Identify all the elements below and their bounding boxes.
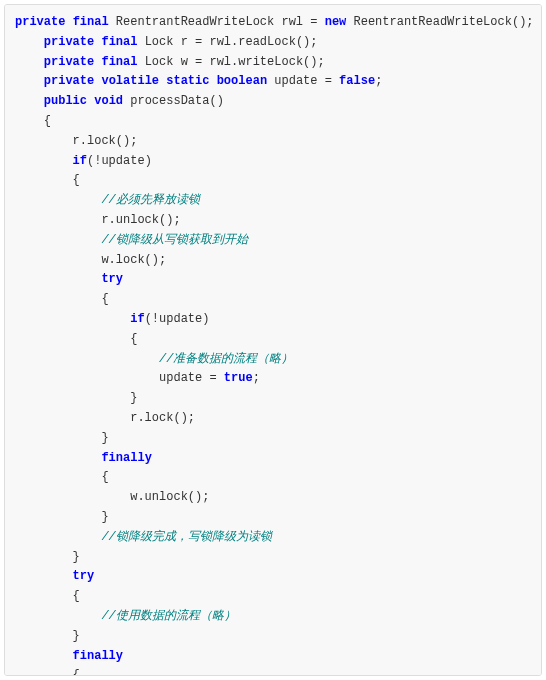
keyword: try xyxy=(73,569,95,583)
indent xyxy=(15,530,101,544)
code-line: } xyxy=(15,627,531,647)
code-line: //必须先释放读锁 xyxy=(15,191,531,211)
comment: //使用数据的流程（略） xyxy=(101,609,235,623)
code-text: update = xyxy=(267,74,339,88)
code-line: r.unlock(); xyxy=(15,211,531,231)
keyword: final xyxy=(73,15,109,29)
code-line: } xyxy=(15,508,531,528)
code-line: { xyxy=(15,587,531,607)
keyword: try xyxy=(101,272,123,286)
code-line: private final Lock w = rwl.writeLock(); xyxy=(15,53,531,73)
keyword: false xyxy=(339,74,375,88)
indent xyxy=(15,35,44,49)
indent xyxy=(15,352,159,366)
code-line: public void processData() xyxy=(15,92,531,112)
code-line: private final Lock r = rwl.readLock(); xyxy=(15,33,531,53)
comment: //准备数据的流程（略） xyxy=(159,352,293,366)
keyword: private xyxy=(44,74,94,88)
indent xyxy=(15,55,44,69)
code-text: (!update) xyxy=(87,154,152,168)
code-line: { xyxy=(15,290,531,310)
code-line: //锁降级完成，写锁降级为读锁 xyxy=(15,528,531,548)
keyword: final xyxy=(101,35,137,49)
indent: update = xyxy=(15,371,224,385)
code-line: { xyxy=(15,666,531,676)
code-line: //使用数据的流程（略） xyxy=(15,607,531,627)
indent xyxy=(15,94,44,108)
keyword: boolean xyxy=(217,74,267,88)
code-line: r.lock(); xyxy=(15,132,531,152)
code-line: finally xyxy=(15,647,531,667)
keyword: static xyxy=(166,74,209,88)
code-line: } xyxy=(15,429,531,449)
comment: //锁降级从写锁获取到开始 xyxy=(101,233,247,247)
code-line: private volatile static boolean update =… xyxy=(15,72,531,92)
code-text: (!update) xyxy=(145,312,210,326)
comment: //锁降级完成，写锁降级为读锁 xyxy=(101,530,271,544)
keyword: new xyxy=(325,15,347,29)
keyword: public xyxy=(44,94,87,108)
code-line: r.lock(); xyxy=(15,409,531,429)
indent xyxy=(15,569,73,583)
code-line: { xyxy=(15,330,531,350)
keyword: if xyxy=(73,154,87,168)
indent xyxy=(15,154,73,168)
indent xyxy=(15,649,73,663)
code-text: processData() xyxy=(123,94,224,108)
keyword: finally xyxy=(73,649,123,663)
code-text: ; xyxy=(253,371,260,385)
code-text: ReentrantReadWriteLock(); xyxy=(346,15,533,29)
keyword: finally xyxy=(101,451,151,465)
comment: //必须先释放读锁 xyxy=(101,193,199,207)
keyword: true xyxy=(224,371,253,385)
keyword: private xyxy=(44,55,94,69)
code-line: finally xyxy=(15,449,531,469)
code-line: //准备数据的流程（略） xyxy=(15,350,531,370)
code-line: //锁降级从写锁获取到开始 xyxy=(15,231,531,251)
code-line: if(!update) xyxy=(15,152,531,172)
code-line: try xyxy=(15,567,531,587)
indent xyxy=(15,312,130,326)
code-line: { xyxy=(15,112,531,132)
indent xyxy=(15,74,44,88)
keyword: volatile xyxy=(101,74,159,88)
keyword: final xyxy=(101,55,137,69)
keyword: private xyxy=(15,15,65,29)
code-line: w.lock(); xyxy=(15,251,531,271)
indent xyxy=(15,233,101,247)
code-line: { xyxy=(15,468,531,488)
code-line: try xyxy=(15,270,531,290)
indent xyxy=(15,451,101,465)
code-text: ; xyxy=(375,74,382,88)
code-line: } xyxy=(15,548,531,568)
code-line: if(!update) xyxy=(15,310,531,330)
indent xyxy=(15,272,101,286)
indent xyxy=(15,193,101,207)
keyword: private xyxy=(44,35,94,49)
code-block: private final ReentrantReadWriteLock rwl… xyxy=(4,4,542,676)
code-text: ReentrantReadWriteLock rwl = xyxy=(109,15,325,29)
code-text: Lock r = rwl.readLock(); xyxy=(137,35,317,49)
code-line: } xyxy=(15,389,531,409)
indent xyxy=(15,609,101,623)
keyword: void xyxy=(94,94,123,108)
code-line: w.unlock(); xyxy=(15,488,531,508)
code-line: update = true; xyxy=(15,369,531,389)
code-text: Lock w = rwl.writeLock(); xyxy=(137,55,324,69)
keyword: if xyxy=(130,312,144,326)
code-line: private final ReentrantReadWriteLock rwl… xyxy=(15,13,531,33)
code-line: { xyxy=(15,171,531,191)
